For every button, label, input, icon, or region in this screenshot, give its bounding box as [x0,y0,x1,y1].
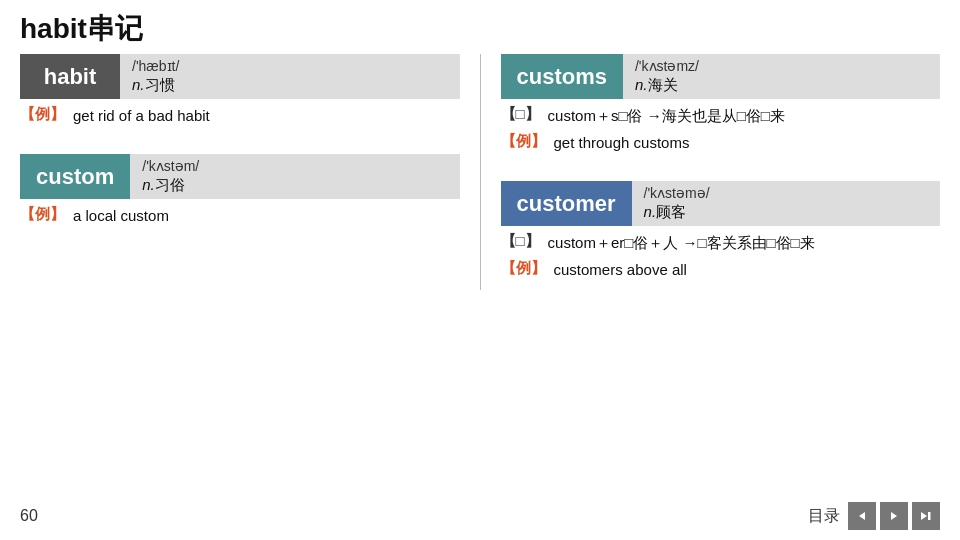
customs-word-label: customs [501,54,623,99]
prev-icon [856,510,868,522]
customer-section: customer /'kʌstəmə/ n.顾客 【□】 custom＋er□俗… [501,181,941,280]
customer-mnemonic: 【□】 custom＋er□俗＋人 →□客关系由□俗□来 [501,232,941,253]
habit-example-text: get rid of a bad habit [73,105,210,126]
custom-example-text: a local custom [73,205,169,226]
custom-meaning: n.习俗 [142,176,447,195]
custom-section: custom /'kʌstəm/ n.习俗 【例】 a local custom [20,154,460,226]
panel-left: habit /'hæbɪt/ n.习惯 【例】 get rid of a bad… [20,54,481,290]
svg-rect-3 [928,512,931,520]
customs-card: customs /'kʌstəmz/ n.海关 [501,54,941,99]
custom-phonetic: /'kʌstəm/ [142,158,447,174]
customs-mnemonic-text: custom＋s□俗 →海关也是从□俗□来 [548,105,785,126]
customer-example: 【例】 customers above all [501,259,941,280]
customer-example-label: 【例】 [501,259,546,278]
page-title: habit串记 [0,0,960,54]
nav-label: 目录 [808,506,840,527]
habit-section: habit /'hæbɪt/ n.习惯 【例】 get rid of a bad… [20,54,460,126]
last-button[interactable] [912,502,940,530]
next-icon [888,510,900,522]
custom-card: custom /'kʌstəm/ n.习俗 [20,154,460,199]
customs-mnemonic: 【□】 custom＋s□俗 →海关也是从□俗□来 [501,105,941,126]
last-icon [919,510,933,522]
customer-example-text: customers above all [554,259,687,280]
habit-meaning: n.习惯 [132,76,448,95]
customer-mnemonic-label: 【□】 [501,232,540,251]
customs-meaning: n.海关 [635,76,928,95]
customer-meaning: n.顾客 [644,203,928,222]
habit-word-def: /'hæbɪt/ n.习惯 [120,54,460,99]
custom-example-label: 【例】 [20,205,65,224]
title-text: habit串记 [20,13,143,44]
svg-marker-1 [891,512,897,520]
customs-word-def: /'kʌstəmz/ n.海关 [623,54,940,99]
habit-example: 【例】 get rid of a bad habit [20,105,460,126]
prev-button[interactable] [848,502,876,530]
habit-example-label: 【例】 [20,105,65,124]
custom-word-label: custom [20,154,130,199]
customer-card: customer /'kʌstəmə/ n.顾客 [501,181,941,226]
next-button[interactable] [880,502,908,530]
svg-marker-0 [859,512,865,520]
nav-controls: 目录 [808,502,940,530]
customs-phonetic: /'kʌstəmz/ [635,58,928,74]
custom-word-def: /'kʌstəm/ n.习俗 [130,154,459,199]
habit-phonetic: /'hæbɪt/ [132,58,448,74]
footer: 60 目录 [20,502,940,530]
habit-word-label: habit [20,54,120,99]
customer-phonetic: /'kʌstəmə/ [644,185,928,201]
customs-section: customs /'kʌstəmz/ n.海关 【□】 custom＋s□俗 →… [501,54,941,153]
svg-marker-2 [921,512,927,520]
customs-example-label: 【例】 [501,132,546,151]
custom-example: 【例】 a local custom [20,205,460,226]
page-number: 60 [20,507,38,525]
customer-word-label: customer [501,181,632,226]
customer-word-def: /'kʌstəmə/ n.顾客 [632,181,940,226]
customs-mnemonic-label: 【□】 [501,105,540,124]
panel-right: customs /'kʌstəmz/ n.海关 【□】 custom＋s□俗 →… [481,54,941,290]
customs-example-text: get through customs [554,132,690,153]
customs-example: 【例】 get through customs [501,132,941,153]
habit-card: habit /'hæbɪt/ n.习惯 [20,54,460,99]
customer-mnemonic-text: custom＋er□俗＋人 →□客关系由□俗□来 [548,232,815,253]
